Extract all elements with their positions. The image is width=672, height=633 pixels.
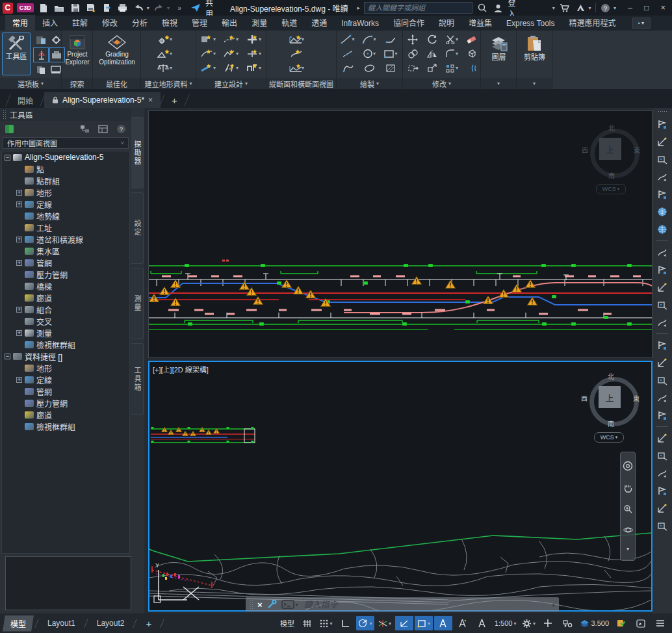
- profile-create-icon[interactable]: ▾: [223, 47, 239, 60]
- search-input[interactable]: [364, 2, 472, 14]
- surface-create-icon[interactable]: ▾: [157, 47, 172, 60]
- grip-handle[interactable]: [185, 264, 189, 267]
- tree-item[interactable]: 管網: [2, 385, 129, 397]
- grip-handle[interactable]: [151, 427, 153, 429]
- panel-title-layers[interactable]: ▾: [481, 78, 516, 89]
- maximize-button[interactable]: □: [640, 2, 653, 14]
- file-tab-start[interactable]: 開始: [10, 92, 41, 108]
- viewport-controls-label[interactable]: [+][上][2D 線架構]: [153, 364, 209, 374]
- corridor-select-icon[interactable]: [655, 356, 669, 369]
- superelevation-warning-icon[interactable]: [175, 427, 181, 432]
- polyline-edit-icon[interactable]: [340, 61, 355, 75]
- snap-dropdown-icon[interactable]: ▾: [330, 621, 332, 627]
- clipboard-button[interactable]: 剪貼簿: [520, 32, 549, 75]
- ribbon-tab-8[interactable]: 測量: [244, 15, 274, 31]
- line-icon[interactable]: ▾: [340, 32, 355, 46]
- rectangle-icon[interactable]: ▾: [383, 47, 398, 60]
- viewcube-top[interactable]: 北 西 東 南 上: [582, 123, 640, 183]
- intersection-create-icon[interactable]: ▾: [246, 32, 261, 46]
- grip-handle[interactable]: [552, 295, 556, 298]
- pipe-network-icon[interactable]: ▾: [246, 61, 261, 75]
- tree-expander-icon[interactable]: +: [16, 201, 22, 207]
- ribbon-tab-11[interactable]: InfraWorks: [334, 17, 386, 31]
- toolspace-tab-0[interactable]: 探勘器: [131, 117, 144, 188]
- array-icon[interactable]: ▾: [444, 61, 459, 75]
- superelevation-warning-icon[interactable]: [526, 280, 536, 288]
- panel-title-profile-section[interactable]: 縱斷面和橫斷面視圖: [266, 78, 336, 89]
- undo-icon[interactable]: [133, 1, 144, 14]
- stretch-icon[interactable]: [405, 61, 420, 75]
- tree-item[interactable]: +定線: [2, 198, 129, 210]
- tree-item[interactable]: +定線: [2, 374, 129, 385]
- globe-geolocation-icon[interactable]: [655, 223, 669, 236]
- grip-handle[interactable]: [261, 264, 265, 267]
- superelevation-warning-icon[interactable]: [253, 297, 263, 305]
- grip-handle[interactable]: [187, 427, 190, 429]
- arc-icon[interactable]: ▾: [361, 32, 377, 46]
- tree-item[interactable]: 點群組: [2, 175, 129, 187]
- layout-tab-1[interactable]: Layout1: [40, 616, 83, 630]
- mirror-icon[interactable]: [424, 47, 440, 60]
- clean-screen-button[interactable]: [632, 616, 650, 630]
- command-input[interactable]: [303, 599, 548, 610]
- grip-handle[interactable]: [571, 322, 576, 326]
- superelevation-warning-icon[interactable]: [528, 298, 537, 305]
- ribbon-tab-14[interactable]: 增益集: [461, 15, 499, 31]
- open-folder-icon[interactable]: [53, 1, 65, 14]
- layout-tab-0[interactable]: 模型: [3, 615, 34, 632]
- ribbon-tab-2[interactable]: 註解: [65, 15, 95, 31]
- grip-handle[interactable]: [251, 441, 253, 443]
- toolspace-help-icon[interactable]: ?: [113, 122, 129, 136]
- drawing-canvas-top[interactable]: [149, 111, 652, 357]
- workspace-settings-button[interactable]: ▾: [519, 616, 537, 630]
- hatch-icon[interactable]: [383, 61, 398, 75]
- assembly-create-icon[interactable]: ▾: [246, 47, 261, 60]
- object-snap-toggle[interactable]: ▾: [415, 616, 433, 630]
- trim-icon[interactable]: ▾: [444, 32, 459, 46]
- grade-check-icon[interactable]: [655, 409, 669, 422]
- plot-icon[interactable]: [117, 1, 129, 14]
- superelevation-warning-icon[interactable]: [190, 431, 196, 435]
- sheet-set-icon[interactable]: [33, 63, 49, 77]
- viewcube-bottom[interactable]: 北 西 東 南 上: [581, 371, 640, 431]
- alignment-create-icon[interactable]: ▾: [223, 32, 239, 46]
- tree-item[interactable]: 工址: [2, 222, 129, 233]
- viewport-top[interactable]: 北 西 東 南 上 WCS▾: [148, 110, 653, 358]
- layers-button[interactable]: 圖層: [484, 32, 513, 75]
- customize-wrench-icon[interactable]: [267, 600, 277, 609]
- save-as-icon[interactable]: [85, 1, 97, 14]
- isolate-objects-button[interactable]: [558, 616, 576, 630]
- toolspace-tab-2[interactable]: 測量: [131, 268, 144, 339]
- superelevation-warning-icon[interactable]: [412, 277, 422, 285]
- search-icon[interactable]: [476, 1, 488, 14]
- grip-handle[interactable]: [363, 281, 368, 285]
- sample-lines-icon[interactable]: [289, 47, 304, 60]
- parcel-create-icon[interactable]: ▾: [200, 32, 216, 46]
- grid-display-toggle[interactable]: [298, 616, 316, 630]
- parcel-tools-icon[interactable]: [655, 316, 669, 329]
- recent-commands-icon[interactable]: ▾: [281, 600, 298, 609]
- tree-item[interactable]: +地形: [2, 187, 129, 198]
- polar-dropdown-icon[interactable]: ▾: [369, 621, 372, 627]
- tree-root-item[interactable]: −資料捷徑 []: [2, 350, 129, 362]
- grip-handle[interactable]: [402, 322, 407, 326]
- pan-icon[interactable]: [623, 483, 632, 493]
- ribbon-tab-7[interactable]: 輸出: [214, 15, 244, 31]
- profile-tools-icon[interactable]: [655, 339, 669, 352]
- command-history-icon[interactable]: ▴: [552, 601, 555, 608]
- active-drawing-icon[interactable]: [3, 122, 16, 136]
- ribbon-tab-5[interactable]: 檢視: [155, 15, 185, 31]
- cart-icon[interactable]: [559, 1, 571, 14]
- isometric-drafting-toggle[interactable]: ▾: [376, 616, 394, 630]
- grip-handle[interactable]: [188, 322, 192, 326]
- tree-item[interactable]: 廊道: [2, 409, 129, 420]
- tree-expander-icon[interactable]: +: [16, 190, 22, 196]
- snap-mode-toggle[interactable]: ▾: [317, 616, 335, 630]
- panel-title-optimization[interactable]: 最佳化: [93, 78, 140, 89]
- superelevation-warning-icon[interactable]: [160, 287, 170, 295]
- globe-online-icon[interactable]: [655, 205, 669, 218]
- circle-icon[interactable]: ▾: [361, 47, 377, 60]
- file-tab-drawing[interactable]: Align-Superelevation-5* ×: [44, 92, 161, 108]
- toolspace-header[interactable]: 工具區: [0, 108, 131, 121]
- item-view-toggle-icon[interactable]: [77, 122, 92, 136]
